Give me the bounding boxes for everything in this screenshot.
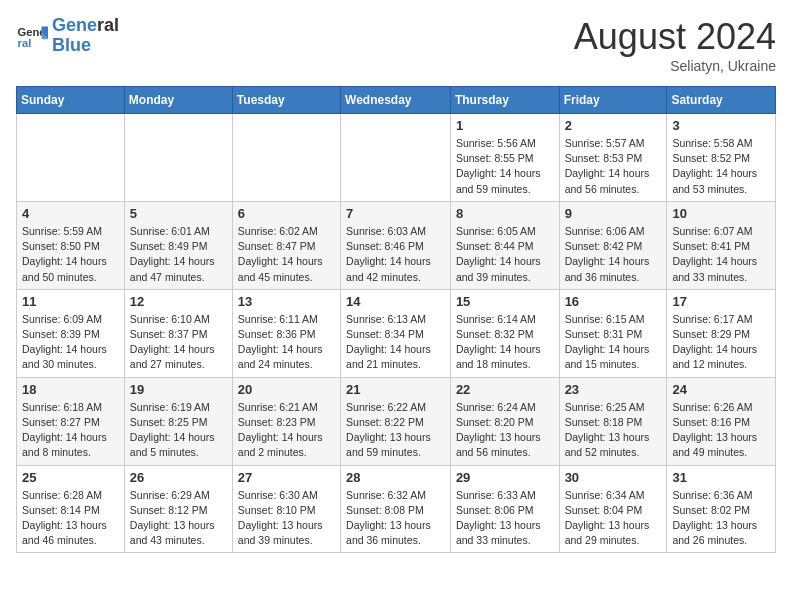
day-number: 5 [130,206,227,221]
day-info: Sunrise: 6:36 AMSunset: 8:02 PMDaylight:… [672,488,770,549]
calendar-cell: 23Sunrise: 6:25 AMSunset: 8:18 PMDayligh… [559,377,667,465]
calendar-cell: 30Sunrise: 6:34 AMSunset: 8:04 PMDayligh… [559,465,667,553]
svg-text:ral: ral [18,37,32,49]
day-number: 28 [346,470,445,485]
day-number: 17 [672,294,770,309]
day-number: 1 [456,118,554,133]
day-info: Sunrise: 6:30 AMSunset: 8:10 PMDaylight:… [238,488,335,549]
calendar-cell: 18Sunrise: 6:18 AMSunset: 8:27 PMDayligh… [17,377,125,465]
calendar-cell: 12Sunrise: 6:10 AMSunset: 8:37 PMDayligh… [124,289,232,377]
day-info: Sunrise: 5:57 AMSunset: 8:53 PMDaylight:… [565,136,662,197]
svg-text:Gene: Gene [18,26,46,38]
week-row-5: 25Sunrise: 6:28 AMSunset: 8:14 PMDayligh… [17,465,776,553]
calendar-cell: 21Sunrise: 6:22 AMSunset: 8:22 PMDayligh… [341,377,451,465]
week-row-3: 11Sunrise: 6:09 AMSunset: 8:39 PMDayligh… [17,289,776,377]
day-number: 30 [565,470,662,485]
logo: Gene ral GeneralBlue [16,16,119,56]
calendar-cell: 9Sunrise: 6:06 AMSunset: 8:42 PMDaylight… [559,201,667,289]
calendar-cell: 15Sunrise: 6:14 AMSunset: 8:32 PMDayligh… [450,289,559,377]
calendar-cell: 5Sunrise: 6:01 AMSunset: 8:49 PMDaylight… [124,201,232,289]
calendar-cell: 13Sunrise: 6:11 AMSunset: 8:36 PMDayligh… [232,289,340,377]
day-info: Sunrise: 6:13 AMSunset: 8:34 PMDaylight:… [346,312,445,373]
calendar-cell: 1Sunrise: 5:56 AMSunset: 8:55 PMDaylight… [450,114,559,202]
day-info: Sunrise: 6:07 AMSunset: 8:41 PMDaylight:… [672,224,770,285]
calendar-cell: 2Sunrise: 5:57 AMSunset: 8:53 PMDaylight… [559,114,667,202]
day-number: 23 [565,382,662,397]
calendar-cell: 27Sunrise: 6:30 AMSunset: 8:10 PMDayligh… [232,465,340,553]
day-number: 29 [456,470,554,485]
logo-text: GeneralBlue [52,16,119,56]
calendar-body: 1Sunrise: 5:56 AMSunset: 8:55 PMDaylight… [17,114,776,553]
day-info: Sunrise: 6:26 AMSunset: 8:16 PMDaylight:… [672,400,770,461]
day-header-sunday: Sunday [17,87,125,114]
calendar-cell: 26Sunrise: 6:29 AMSunset: 8:12 PMDayligh… [124,465,232,553]
calendar-table: SundayMondayTuesdayWednesdayThursdayFrid… [16,86,776,553]
calendar-header: SundayMondayTuesdayWednesdayThursdayFrid… [17,87,776,114]
logo-icon: Gene ral [16,20,48,52]
day-info: Sunrise: 6:33 AMSunset: 8:06 PMDaylight:… [456,488,554,549]
calendar-cell [17,114,125,202]
day-info: Sunrise: 5:58 AMSunset: 8:52 PMDaylight:… [672,136,770,197]
day-info: Sunrise: 6:10 AMSunset: 8:37 PMDaylight:… [130,312,227,373]
day-number: 22 [456,382,554,397]
day-header-monday: Monday [124,87,232,114]
day-number: 21 [346,382,445,397]
calendar-cell: 4Sunrise: 5:59 AMSunset: 8:50 PMDaylight… [17,201,125,289]
calendar-cell: 29Sunrise: 6:33 AMSunset: 8:06 PMDayligh… [450,465,559,553]
day-info: Sunrise: 6:34 AMSunset: 8:04 PMDaylight:… [565,488,662,549]
day-number: 26 [130,470,227,485]
day-number: 31 [672,470,770,485]
day-number: 24 [672,382,770,397]
day-info: Sunrise: 5:56 AMSunset: 8:55 PMDaylight:… [456,136,554,197]
day-header-tuesday: Tuesday [232,87,340,114]
calendar-cell: 11Sunrise: 6:09 AMSunset: 8:39 PMDayligh… [17,289,125,377]
calendar-cell: 24Sunrise: 6:26 AMSunset: 8:16 PMDayligh… [667,377,776,465]
day-info: Sunrise: 6:06 AMSunset: 8:42 PMDaylight:… [565,224,662,285]
day-number: 10 [672,206,770,221]
day-number: 14 [346,294,445,309]
day-info: Sunrise: 6:09 AMSunset: 8:39 PMDaylight:… [22,312,119,373]
day-number: 8 [456,206,554,221]
day-header-friday: Friday [559,87,667,114]
calendar-cell: 22Sunrise: 6:24 AMSunset: 8:20 PMDayligh… [450,377,559,465]
day-number: 11 [22,294,119,309]
calendar-cell: 10Sunrise: 6:07 AMSunset: 8:41 PMDayligh… [667,201,776,289]
day-header-saturday: Saturday [667,87,776,114]
calendar-cell: 6Sunrise: 6:02 AMSunset: 8:47 PMDaylight… [232,201,340,289]
day-info: Sunrise: 6:28 AMSunset: 8:14 PMDaylight:… [22,488,119,549]
day-number: 19 [130,382,227,397]
calendar-cell: 25Sunrise: 6:28 AMSunset: 8:14 PMDayligh… [17,465,125,553]
calendar-cell: 20Sunrise: 6:21 AMSunset: 8:23 PMDayligh… [232,377,340,465]
day-info: Sunrise: 6:01 AMSunset: 8:49 PMDaylight:… [130,224,227,285]
week-row-1: 1Sunrise: 5:56 AMSunset: 8:55 PMDaylight… [17,114,776,202]
week-row-4: 18Sunrise: 6:18 AMSunset: 8:27 PMDayligh… [17,377,776,465]
day-info: Sunrise: 6:17 AMSunset: 8:29 PMDaylight:… [672,312,770,373]
title-block: August 2024 Seliatyn, Ukraine [574,16,776,74]
day-number: 3 [672,118,770,133]
day-info: Sunrise: 6:21 AMSunset: 8:23 PMDaylight:… [238,400,335,461]
day-number: 13 [238,294,335,309]
month-title: August 2024 [574,16,776,58]
day-number: 2 [565,118,662,133]
calendar-cell [341,114,451,202]
day-number: 6 [238,206,335,221]
calendar-cell: 17Sunrise: 6:17 AMSunset: 8:29 PMDayligh… [667,289,776,377]
day-number: 12 [130,294,227,309]
calendar-cell: 8Sunrise: 6:05 AMSunset: 8:44 PMDaylight… [450,201,559,289]
day-info: Sunrise: 6:15 AMSunset: 8:31 PMDaylight:… [565,312,662,373]
calendar-cell [124,114,232,202]
calendar-cell: 31Sunrise: 6:36 AMSunset: 8:02 PMDayligh… [667,465,776,553]
day-info: Sunrise: 6:22 AMSunset: 8:22 PMDaylight:… [346,400,445,461]
day-number: 16 [565,294,662,309]
calendar-cell [232,114,340,202]
day-info: Sunrise: 6:11 AMSunset: 8:36 PMDaylight:… [238,312,335,373]
day-info: Sunrise: 6:18 AMSunset: 8:27 PMDaylight:… [22,400,119,461]
day-number: 20 [238,382,335,397]
page-header: Gene ral GeneralBlue August 2024 Seliaty… [16,16,776,74]
day-info: Sunrise: 5:59 AMSunset: 8:50 PMDaylight:… [22,224,119,285]
calendar-cell: 16Sunrise: 6:15 AMSunset: 8:31 PMDayligh… [559,289,667,377]
day-info: Sunrise: 6:29 AMSunset: 8:12 PMDaylight:… [130,488,227,549]
day-info: Sunrise: 6:03 AMSunset: 8:46 PMDaylight:… [346,224,445,285]
calendar-cell: 14Sunrise: 6:13 AMSunset: 8:34 PMDayligh… [341,289,451,377]
day-info: Sunrise: 6:05 AMSunset: 8:44 PMDaylight:… [456,224,554,285]
